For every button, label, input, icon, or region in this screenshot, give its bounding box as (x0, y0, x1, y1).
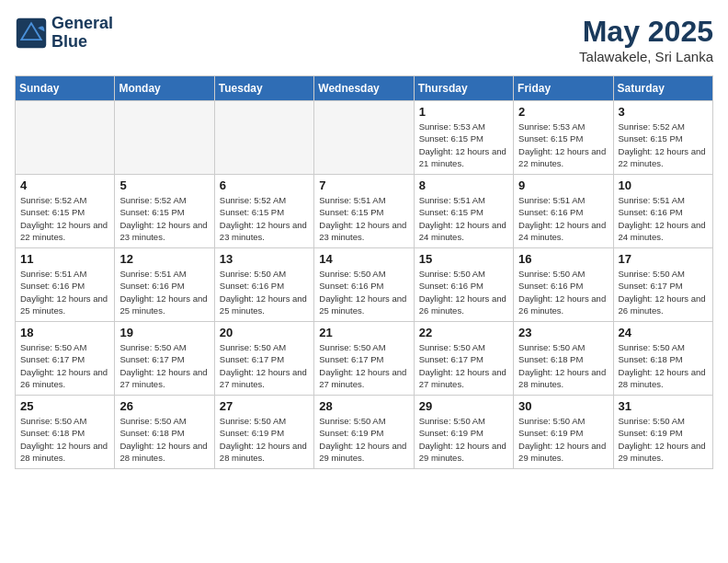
day-info: Sunrise: 5:52 AMSunset: 6:15 PMDaylight:… (20, 194, 109, 243)
day-info: Sunrise: 5:50 AMSunset: 6:17 PMDaylight:… (20, 341, 109, 390)
day-info: Sunrise: 5:50 AMSunset: 6:19 PMDaylight:… (518, 415, 608, 464)
calendar-cell: 3Sunrise: 5:52 AMSunset: 6:15 PMDaylight… (613, 101, 712, 175)
day-info: Sunrise: 5:50 AMSunset: 6:17 PMDaylight:… (419, 341, 508, 390)
calendar-cell (16, 101, 115, 175)
logo-icon (15, 17, 48, 50)
day-number: 2 (518, 105, 608, 119)
day-info: Sunrise: 5:50 AMSunset: 6:16 PMDaylight:… (518, 268, 608, 316)
day-number: 17 (619, 252, 708, 266)
calendar-cell: 29Sunrise: 5:50 AMSunset: 6:19 PMDayligh… (414, 396, 513, 469)
calendar-cell: 19Sunrise: 5:50 AMSunset: 6:17 PMDayligh… (115, 322, 214, 396)
day-info: Sunrise: 5:50 AMSunset: 6:19 PMDaylight:… (220, 415, 309, 464)
day-number: 31 (619, 399, 708, 413)
day-info: Sunrise: 5:50 AMSunset: 6:17 PMDaylight:… (119, 341, 209, 390)
calendar-cell: 26Sunrise: 5:50 AMSunset: 6:18 PMDayligh… (115, 396, 214, 469)
page-header: General Blue May 2025 Talawakele, Sri La… (15, 15, 713, 64)
logo: General Blue (15, 15, 113, 52)
calendar-cell: 4Sunrise: 5:52 AMSunset: 6:15 PMDaylight… (16, 175, 115, 248)
calendar-cell: 6Sunrise: 5:52 AMSunset: 6:15 PMDaylight… (214, 175, 313, 248)
day-number: 7 (319, 178, 408, 192)
day-number: 20 (220, 326, 309, 339)
day-number: 16 (518, 252, 608, 266)
day-number: 8 (419, 178, 508, 192)
day-info: Sunrise: 5:50 AMSunset: 6:17 PMDaylight:… (319, 341, 408, 390)
calendar-cell: 1Sunrise: 5:53 AMSunset: 6:15 PMDaylight… (414, 101, 513, 175)
day-number: 24 (619, 326, 708, 339)
day-number: 1 (419, 105, 508, 119)
calendar-cell: 10Sunrise: 5:51 AMSunset: 6:16 PMDayligh… (613, 175, 712, 248)
calendar-cell (115, 101, 214, 175)
calendar-cell: 31Sunrise: 5:50 AMSunset: 6:19 PMDayligh… (613, 396, 712, 469)
logo-text: General Blue (51, 15, 113, 52)
calendar-cell: 23Sunrise: 5:50 AMSunset: 6:18 PMDayligh… (514, 322, 613, 396)
day-info: Sunrise: 5:52 AMSunset: 6:15 PMDaylight:… (220, 194, 309, 243)
day-number: 21 (319, 326, 408, 339)
month-year: May 2025 (579, 15, 713, 49)
day-number: 3 (619, 105, 708, 119)
day-info: Sunrise: 5:51 AMSunset: 6:16 PMDaylight:… (518, 194, 608, 243)
day-info: Sunrise: 5:51 AMSunset: 6:16 PMDaylight:… (619, 194, 708, 243)
weekday-header: Saturday (613, 76, 712, 101)
title-block: May 2025 Talawakele, Sri Lanka (579, 15, 713, 64)
day-info: Sunrise: 5:50 AMSunset: 6:16 PMDaylight:… (419, 268, 508, 316)
day-number: 18 (20, 326, 109, 339)
calendar-cell: 27Sunrise: 5:50 AMSunset: 6:19 PMDayligh… (214, 396, 313, 469)
calendar-cell: 28Sunrise: 5:50 AMSunset: 6:19 PMDayligh… (314, 396, 414, 469)
calendar-cell: 15Sunrise: 5:50 AMSunset: 6:16 PMDayligh… (414, 248, 513, 322)
day-info: Sunrise: 5:50 AMSunset: 6:19 PMDaylight:… (319, 415, 408, 464)
day-number: 19 (119, 326, 209, 339)
calendar-cell: 9Sunrise: 5:51 AMSunset: 6:16 PMDaylight… (514, 175, 613, 248)
day-number: 23 (518, 326, 608, 339)
day-number: 28 (319, 399, 408, 413)
calendar-cell: 24Sunrise: 5:50 AMSunset: 6:18 PMDayligh… (613, 322, 712, 396)
day-number: 9 (518, 178, 608, 192)
day-info: Sunrise: 5:50 AMSunset: 6:18 PMDaylight:… (20, 415, 109, 464)
day-info: Sunrise: 5:50 AMSunset: 6:18 PMDaylight:… (119, 415, 209, 464)
day-info: Sunrise: 5:50 AMSunset: 6:19 PMDaylight:… (419, 415, 508, 464)
day-number: 6 (220, 178, 309, 192)
day-number: 4 (20, 178, 109, 192)
calendar-cell (214, 101, 313, 175)
calendar-cell: 25Sunrise: 5:50 AMSunset: 6:18 PMDayligh… (16, 396, 115, 469)
day-number: 30 (518, 399, 608, 413)
day-info: Sunrise: 5:51 AMSunset: 6:16 PMDaylight:… (119, 268, 209, 316)
day-number: 14 (319, 252, 408, 266)
day-number: 29 (419, 399, 508, 413)
day-number: 11 (20, 252, 109, 266)
day-info: Sunrise: 5:51 AMSunset: 6:15 PMDaylight:… (419, 194, 508, 243)
day-number: 22 (419, 326, 508, 339)
calendar-cell: 30Sunrise: 5:50 AMSunset: 6:19 PMDayligh… (514, 396, 613, 469)
day-info: Sunrise: 5:50 AMSunset: 6:16 PMDaylight:… (220, 268, 309, 316)
weekday-header: Wednesday (314, 76, 414, 101)
calendar-cell: 2Sunrise: 5:53 AMSunset: 6:15 PMDaylight… (514, 101, 613, 175)
location: Talawakele, Sri Lanka (579, 49, 713, 64)
day-number: 5 (119, 178, 209, 192)
day-info: Sunrise: 5:52 AMSunset: 6:15 PMDaylight:… (619, 121, 708, 169)
weekday-header: Monday (115, 76, 214, 101)
calendar-cell: 13Sunrise: 5:50 AMSunset: 6:16 PMDayligh… (214, 248, 313, 322)
calendar-table: SundayMondayTuesdayWednesdayThursdayFrid… (15, 75, 713, 469)
weekday-header: Friday (514, 76, 613, 101)
day-number: 12 (119, 252, 209, 266)
day-info: Sunrise: 5:53 AMSunset: 6:15 PMDaylight:… (419, 121, 508, 169)
calendar-cell: 8Sunrise: 5:51 AMSunset: 6:15 PMDaylight… (414, 175, 513, 248)
calendar-cell: 16Sunrise: 5:50 AMSunset: 6:16 PMDayligh… (514, 248, 613, 322)
weekday-header: Thursday (414, 76, 513, 101)
day-number: 26 (119, 399, 209, 413)
day-number: 10 (619, 178, 708, 192)
day-info: Sunrise: 5:51 AMSunset: 6:16 PMDaylight:… (20, 268, 109, 316)
day-number: 13 (220, 252, 309, 266)
calendar-cell: 18Sunrise: 5:50 AMSunset: 6:17 PMDayligh… (16, 322, 115, 396)
calendar-cell: 5Sunrise: 5:52 AMSunset: 6:15 PMDaylight… (115, 175, 214, 248)
day-info: Sunrise: 5:50 AMSunset: 6:19 PMDaylight:… (619, 415, 708, 464)
calendar-cell (314, 101, 414, 175)
day-info: Sunrise: 5:50 AMSunset: 6:16 PMDaylight:… (319, 268, 408, 316)
day-info: Sunrise: 5:50 AMSunset: 6:18 PMDaylight:… (518, 341, 608, 390)
weekday-header: Sunday (16, 76, 115, 101)
day-info: Sunrise: 5:50 AMSunset: 6:17 PMDaylight:… (619, 268, 708, 316)
day-number: 25 (20, 399, 109, 413)
day-info: Sunrise: 5:50 AMSunset: 6:18 PMDaylight:… (619, 341, 708, 390)
calendar-cell: 7Sunrise: 5:51 AMSunset: 6:15 PMDaylight… (314, 175, 414, 248)
calendar-cell: 17Sunrise: 5:50 AMSunset: 6:17 PMDayligh… (613, 248, 712, 322)
day-info: Sunrise: 5:52 AMSunset: 6:15 PMDaylight:… (119, 194, 209, 243)
